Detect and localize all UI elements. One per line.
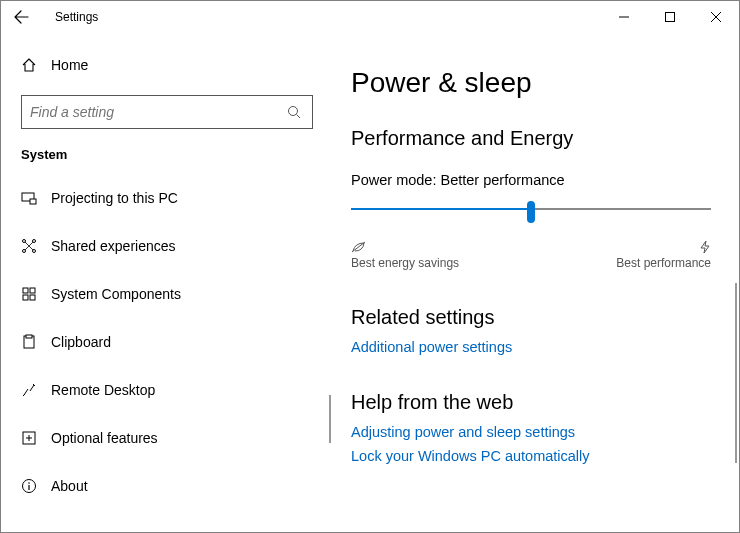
slider-max-label: Best performance — [616, 256, 711, 270]
shared-icon — [21, 238, 51, 254]
sidebar-item-label: Projecting to this PC — [51, 190, 178, 206]
sidebar-item-optional-features[interactable]: Optional features — [1, 414, 333, 462]
home-icon — [21, 57, 51, 73]
home-label: Home — [51, 57, 88, 73]
sidebar-item-clipboard[interactable]: Clipboard — [1, 318, 333, 366]
sidebar-item-label: Shared experiences — [51, 238, 176, 254]
svg-line-3 — [297, 115, 301, 119]
components-icon — [21, 286, 51, 302]
back-button[interactable] — [7, 3, 35, 31]
sidebar-item-shared-experiences[interactable]: Shared experiences — [1, 222, 333, 270]
sidebar-item-projecting[interactable]: Projecting to this PC — [1, 174, 333, 222]
settings-window: Settings Home System — [0, 0, 740, 533]
svg-rect-12 — [23, 295, 28, 300]
sidebar-item-label: System Components — [51, 286, 181, 302]
section-related-title: Related settings — [351, 306, 711, 329]
remote-desktop-icon — [21, 382, 51, 398]
optional-features-icon — [21, 430, 51, 446]
sidebar-item-label: Clipboard — [51, 334, 111, 350]
svg-point-2 — [289, 107, 298, 116]
lightning-icon — [699, 240, 711, 254]
sidebar-item-label: Remote Desktop — [51, 382, 155, 398]
sidebar-item-label: About — [51, 478, 88, 494]
slider-labels: Best energy savings Best performance — [351, 240, 711, 270]
category-label: System — [1, 143, 333, 174]
slider-min-label: Best energy savings — [351, 256, 459, 270]
maximize-icon — [665, 12, 675, 22]
section-performance-title: Performance and Energy — [351, 127, 711, 150]
sidebar-item-about[interactable]: About — [1, 462, 333, 510]
arrow-left-icon — [13, 9, 29, 25]
link-adjusting-power-sleep[interactable]: Adjusting power and sleep settings — [351, 424, 711, 440]
sidebar: Home System Projecting to this PC Sh — [1, 33, 333, 532]
home-nav[interactable]: Home — [1, 45, 333, 85]
search-input[interactable] — [30, 104, 284, 120]
content-pane: Power & sleep Performance and Energy Pow… — [333, 33, 739, 532]
clipboard-icon — [21, 334, 51, 350]
close-icon — [711, 12, 721, 22]
svg-rect-5 — [30, 199, 36, 204]
titlebar: Settings — [1, 1, 739, 33]
window-title: Settings — [55, 10, 98, 24]
power-mode-label: Power mode: Better performance — [351, 172, 711, 188]
slider-fill — [351, 208, 531, 210]
content-scrollbar[interactable] — [735, 283, 737, 463]
about-icon — [21, 478, 51, 494]
search-icon — [284, 105, 304, 119]
svg-rect-13 — [30, 295, 35, 300]
sidebar-item-remote-desktop[interactable]: Remote Desktop — [1, 366, 333, 414]
svg-rect-15 — [26, 335, 32, 338]
link-additional-power-settings[interactable]: Additional power settings — [351, 339, 711, 355]
maximize-button[interactable] — [647, 1, 693, 33]
svg-rect-11 — [30, 288, 35, 293]
search-box[interactable] — [21, 95, 313, 129]
sidebar-scrollbar[interactable] — [329, 395, 331, 443]
svg-point-20 — [28, 482, 30, 484]
svg-rect-1 — [666, 13, 675, 22]
section-help-title: Help from the web — [351, 391, 711, 414]
close-button[interactable] — [693, 1, 739, 33]
slider-thumb[interactable] — [527, 201, 535, 223]
page-title: Power & sleep — [351, 67, 711, 99]
leaf-icon — [351, 240, 367, 254]
power-mode-slider[interactable] — [351, 198, 711, 238]
slider-min: Best energy savings — [351, 240, 459, 270]
sidebar-item-label: Optional features — [51, 430, 158, 446]
minimize-button[interactable] — [601, 1, 647, 33]
svg-rect-10 — [23, 288, 28, 293]
link-lock-pc-automatically[interactable]: Lock your Windows PC automatically — [351, 448, 711, 464]
slider-max: Best performance — [616, 240, 711, 270]
projecting-icon — [21, 190, 51, 206]
sidebar-item-system-components[interactable]: System Components — [1, 270, 333, 318]
minimize-icon — [619, 12, 629, 22]
